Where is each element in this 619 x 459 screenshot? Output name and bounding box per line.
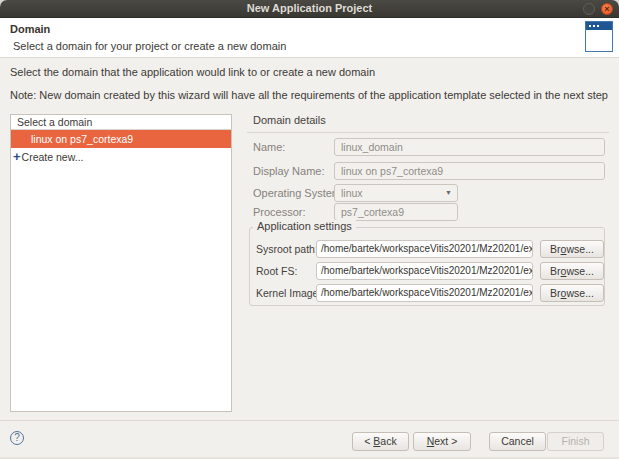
- footer-separator: [0, 420, 619, 421]
- domain-list-header: Select a domain: [11, 115, 231, 130]
- root-fs-browse-button[interactable]: Browse...: [540, 262, 604, 280]
- wizard-header: Domain Select a domain for your project …: [0, 18, 619, 58]
- domain-list-panel: Select a domain linux on ps7_cortexa9 + …: [10, 114, 232, 412]
- name-field: linux_domain: [334, 138, 605, 156]
- domain-list-item-selected[interactable]: linux on ps7_cortexa9: [11, 130, 231, 148]
- root-fs-field[interactable]: /home/bartek/workspaceVitis20201/Mz20201…: [316, 262, 533, 280]
- next-button[interactable]: Next >: [413, 432, 471, 451]
- display-name-label: Display Name:: [253, 162, 325, 180]
- processor-field: ps7_cortexa9: [334, 203, 458, 221]
- root-fs-label: Root FS:: [256, 262, 297, 280]
- finish-button: Finish: [547, 432, 604, 451]
- domain-details-separator: [247, 132, 609, 133]
- page-title: Domain: [10, 23, 50, 35]
- window-title: New Application Project: [0, 0, 619, 18]
- application-settings-title: Application settings: [253, 220, 356, 232]
- operating-system-value: linux: [341, 187, 363, 199]
- minimize-icon[interactable]: [583, 3, 595, 15]
- wizard-icon-titlebar: [586, 22, 612, 30]
- wizard-window-icon: [585, 21, 613, 52]
- sysroot-path-label: Sysroot path:: [256, 240, 318, 258]
- display-name-field: linux on ps7_cortexa9: [334, 162, 605, 180]
- operating-system-label: Operating System:: [253, 184, 344, 202]
- processor-label: Processor:: [253, 203, 306, 221]
- kernel-image-label: Kernel Image:: [256, 284, 321, 302]
- page-subtitle: Select a domain for your project or crea…: [13, 40, 286, 52]
- close-icon[interactable]: ×: [601, 3, 613, 15]
- chevron-down-icon: ▼: [445, 185, 452, 201]
- sysroot-path-field[interactable]: /home/bartek/workspaceVitis20201/Mz20201…: [316, 240, 533, 258]
- create-new-label: Create new...: [22, 151, 84, 163]
- kernel-image-browse-button[interactable]: Browse...: [540, 284, 604, 302]
- plus-icon: +: [13, 150, 21, 164]
- create-new-domain-item[interactable]: + Create new...: [11, 148, 231, 166]
- sysroot-browse-button[interactable]: Browse...: [540, 240, 604, 258]
- intro-line-1: Select the domain that the application w…: [10, 66, 375, 78]
- help-button[interactable]: ?: [10, 431, 24, 445]
- domain-details-title: Domain details: [253, 114, 326, 126]
- cancel-button[interactable]: Cancel: [489, 432, 546, 451]
- new-application-project-dialog: New Application Project × Domain Select …: [0, 0, 619, 459]
- operating-system-dropdown: linux ▼: [334, 184, 458, 202]
- name-label: Name:: [253, 138, 285, 156]
- kernel-image-field[interactable]: /home/bartek/workspaceVitis20201/Mz20201…: [316, 284, 533, 302]
- titlebar[interactable]: New Application Project ×: [0, 0, 619, 18]
- back-button[interactable]: < Back: [352, 432, 409, 451]
- intro-line-2: Note: New domain created by this wizard …: [10, 89, 608, 101]
